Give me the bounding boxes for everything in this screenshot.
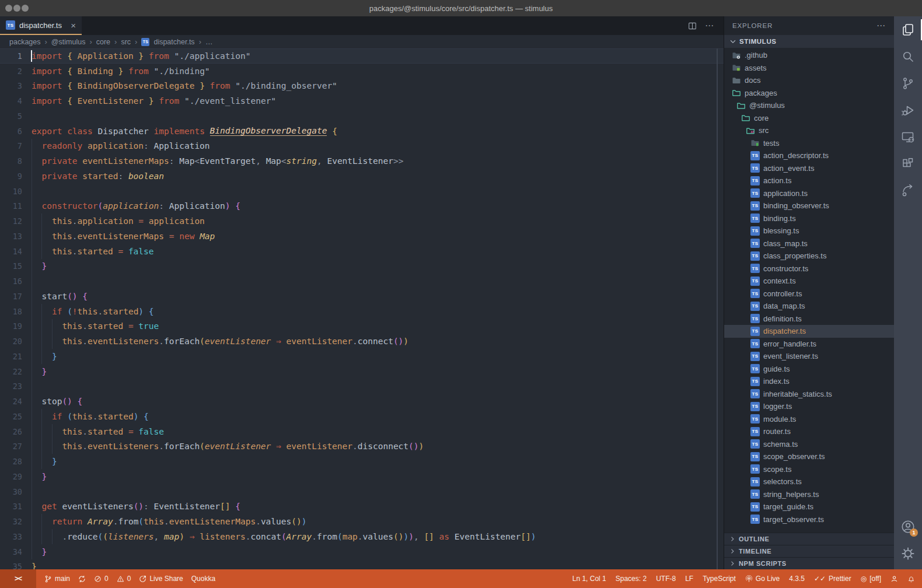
code-line[interactable]: 27 this.eventListeners.forEach(eventList… — [0, 439, 724, 454]
tree-item-application-ts[interactable]: TSapplication.ts — [724, 187, 894, 200]
status-person-icon[interactable] — [890, 575, 898, 583]
tree-item-string-helpers-ts[interactable]: TSstring_helpers.ts — [724, 488, 894, 501]
code-line[interactable]: 19 this.started = true — [0, 319, 724, 334]
tree-item-blessing-ts[interactable]: TSblessing.ts — [724, 225, 894, 237]
code-line[interactable]: 6export class Dispatcher implements Bind… — [0, 124, 724, 139]
code-line[interactable]: 18 if (!this.started) { — [0, 304, 724, 319]
search-icon[interactable] — [894, 43, 922, 70]
tree-item-class-map-ts[interactable]: TSclass_map.ts — [724, 237, 894, 250]
code-line[interactable]: 33 .reduce((listeners, map) ⇒ listeners.… — [0, 529, 724, 544]
tree-item-action-event-ts[interactable]: TSaction_event.ts — [724, 162, 894, 175]
tree-item-context-ts[interactable]: TScontext.ts — [724, 275, 894, 288]
tree-item-docs[interactable]: docs — [724, 74, 894, 87]
code-line[interactable]: 30 — [0, 484, 724, 499]
close-window-icon[interactable] — [5, 5, 12, 12]
status-0[interactable]: 0 — [94, 575, 109, 583]
code-line[interactable]: 24 stop() { — [0, 394, 724, 409]
code-line[interactable]: 35} — [0, 559, 724, 570]
status-typescript[interactable]: TypeScript — [703, 575, 736, 583]
code-line[interactable]: 34 } — [0, 544, 724, 559]
code-line[interactable]: 3import { BindingObserverDelegate } from… — [0, 79, 724, 94]
code-editor[interactable]: 1import { Application } from "./applicat… — [0, 48, 724, 569]
tree-item-action-descriptor-ts[interactable]: TSaction_descriptor.ts — [724, 149, 894, 162]
run-debug-icon[interactable] — [894, 97, 922, 124]
status-main[interactable]: main — [44, 575, 70, 583]
maximize-window-icon[interactable] — [22, 5, 29, 12]
status-sync-icon[interactable] — [78, 575, 86, 583]
code-line[interactable]: 2import { Binding } from "./binding" — [0, 64, 724, 79]
tree-item-definition-ts[interactable]: TSdefinition.ts — [724, 313, 894, 326]
tree-item-tests[interactable]: tests — [724, 137, 894, 150]
tree-item-schema-ts[interactable]: TSschema.ts — [724, 438, 894, 451]
code-line[interactable]: 8 private eventListenerMaps: Map<EventTa… — [0, 153, 724, 169]
tree-item-binding-ts[interactable]: TSbinding.ts — [724, 212, 894, 225]
code-line[interactable]: 10 — [0, 184, 724, 199]
code-line[interactable]: 25 if (this.started) { — [0, 409, 724, 424]
status-spaces-2[interactable]: Spaces: 2 — [616, 575, 647, 583]
tree-item-selectors-ts[interactable]: TSselectors.ts — [724, 475, 894, 488]
tree-item-controller-ts[interactable]: TScontroller.ts — [724, 288, 894, 300]
tree-item-dispatcher-ts[interactable]: TSdispatcher.ts — [724, 325, 894, 338]
tree-item-assets[interactable]: assets — [724, 62, 894, 75]
account-icon[interactable]: 1 — [894, 513, 922, 540]
tree-root-stimulus[interactable]: STIMULUS — [724, 35, 894, 48]
status-go-live[interactable]: Go Live — [745, 575, 780, 583]
tree-item-index-ts[interactable]: TSindex.ts — [724, 375, 894, 388]
code-line[interactable]: 23 — [0, 379, 724, 394]
code-line[interactable]: 11 constructor(application: Application)… — [0, 199, 724, 214]
explorer-activity-icon[interactable] — [894, 16, 922, 43]
breadcrumb-item[interactable]: TSdispatcher.ts — [141, 38, 194, 46]
code-line[interactable]: 1import { Application } from "./applicat… — [0, 48, 724, 64]
tree-item-logger-ts[interactable]: TSlogger.ts — [724, 400, 894, 413]
code-line[interactable]: 4import { EventListener } from "./event_… — [0, 93, 724, 108]
editor-more-actions-icon[interactable]: ⋯ — [705, 20, 714, 31]
tree-item--stimulus[interactable]: @stimulus — [724, 99, 894, 112]
tree-item-class-properties-ts[interactable]: TSclass_properties.ts — [724, 250, 894, 262]
status-quokka[interactable]: Quokka — [191, 575, 215, 583]
code-line[interactable]: 20 this.eventListeners.forEach(eventList… — [0, 334, 724, 349]
code-line[interactable]: 7 readonly application: Application — [0, 139, 724, 154]
tab-dispatcher[interactable]: TS dispatcher.ts × — [0, 16, 82, 35]
tree-item-data-map-ts[interactable]: TSdata_map.ts — [724, 300, 894, 313]
breadcrumb-item[interactable]: src — [121, 38, 131, 46]
tree-item-guide-ts[interactable]: TSguide.ts — [724, 363, 894, 376]
tree-item-error-handler-ts[interactable]: TSerror_handler.ts — [724, 338, 894, 351]
code-line[interactable]: 17 start() { — [0, 289, 724, 304]
tree-item-inheritable-statics-ts[interactable]: TSinheritable_statics.ts — [724, 388, 894, 401]
code-line[interactable]: 5 — [0, 108, 724, 124]
status-live-share[interactable]: Live Share — [139, 575, 183, 583]
status-utf-8[interactable]: UTF-8 — [656, 575, 676, 583]
tree-item-packages[interactable]: packages — [724, 87, 894, 100]
split-editor-icon[interactable] — [688, 22, 697, 30]
breadcrumb-item[interactable]: packages — [9, 38, 41, 46]
section-timeline[interactable]: TIMELINE — [724, 545, 894, 557]
status--off-[interactable]: ◎[off] — [861, 575, 881, 583]
code-line[interactable]: 28 } — [0, 454, 724, 469]
tree-item-target-observer-ts[interactable]: TStarget_observer.ts — [724, 513, 894, 526]
tree-item-target-guide-ts[interactable]: TStarget_guide.ts — [724, 501, 894, 513]
code-line[interactable]: 22 } — [0, 364, 724, 379]
tree-item--github[interactable]: .github — [724, 49, 894, 62]
status-ln-1-col-1[interactable]: Ln 1, Col 1 — [572, 575, 606, 583]
code-line[interactable]: 26 this.started = false — [0, 424, 724, 439]
code-line[interactable]: 14 this.started = false — [0, 244, 724, 259]
code-line[interactable]: 29 } — [0, 469, 724, 484]
breadcrumb-item[interactable]: core — [96, 38, 110, 46]
source-control-icon[interactable] — [894, 70, 922, 97]
tree-item-action-ts[interactable]: TSaction.ts — [724, 174, 894, 187]
code-line[interactable]: 31 get eventListeners(): EventListener[]… — [0, 499, 724, 514]
status-lf[interactable]: LF — [685, 575, 693, 583]
status-bell-icon[interactable] — [907, 575, 915, 583]
tree-item-src[interactable]: src — [724, 124, 894, 137]
tree-item-scope-ts[interactable]: TSscope.ts — [724, 463, 894, 476]
code-line[interactable]: 32 return Array.from(this.eventListenerM… — [0, 514, 724, 529]
live-share-icon[interactable] — [894, 177, 922, 204]
status-0[interactable]: 0 — [117, 575, 131, 583]
tree-item-constructor-ts[interactable]: TSconstructor.ts — [724, 262, 894, 275]
code-line[interactable]: 9 private started: boolean — [0, 169, 724, 184]
settings-gear-icon[interactable] — [894, 540, 922, 567]
minimize-window-icon[interactable] — [13, 5, 20, 12]
tree-item-binding-observer-ts[interactable]: TSbinding_observer.ts — [724, 200, 894, 212]
status-4-3-5[interactable]: 4.3.5 — [789, 575, 805, 583]
code-line[interactable]: 13 this.eventListenerMaps = new Map — [0, 229, 724, 244]
